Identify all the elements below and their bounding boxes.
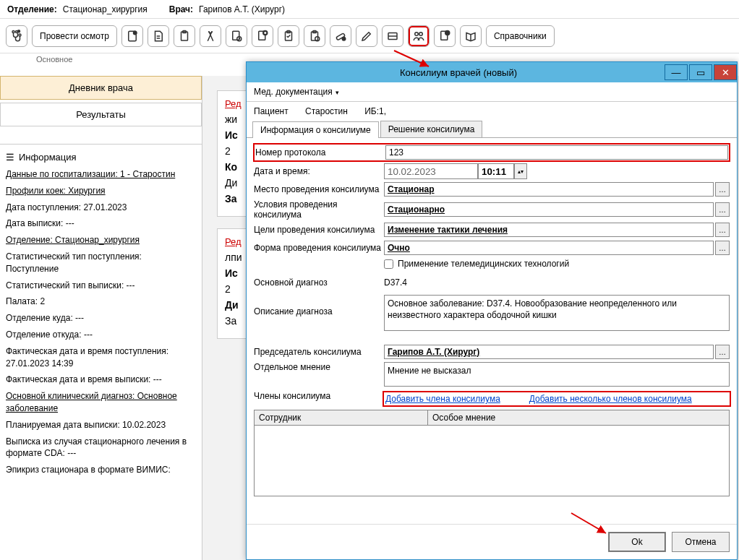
references-label: Справочники (494, 31, 547, 41)
info-line-4[interactable]: Отделение: Стационар_хирургия (6, 234, 196, 246)
pencil-icon[interactable] (356, 25, 377, 47)
svg-rect-8 (233, 31, 239, 40)
place-picker[interactable]: … (715, 182, 730, 197)
goals-label: Цели проведения консилиума (254, 225, 384, 235)
doc-plus2-icon[interactable] (434, 25, 456, 47)
info-icon: ☰ (6, 152, 14, 163)
info-header: ☰ Информация (6, 152, 196, 163)
info-line-12[interactable]: Основной клинический диагноз: Основное з… (6, 390, 196, 415)
datetime-label: Дата и время: (254, 166, 384, 176)
time-input[interactable] (478, 163, 514, 179)
modal-tabs: Информация о консилиуме Решение консилиу… (247, 121, 737, 137)
tab-info[interactable]: Информация о консилиуме (252, 121, 379, 138)
tab-decision[interactable]: Решение консилиума (380, 121, 483, 137)
form-row: Форма проведения консилиума Очно … (254, 240, 730, 256)
tab-results[interactable]: Результаты (0, 103, 202, 126)
telemedicine-checkbox[interactable] (384, 259, 393, 269)
references-button[interactable]: Справочники (486, 25, 555, 47)
dept-label: Отделение: (7, 4, 57, 14)
goals-row: Цели проведения консилиума Изменение так… (254, 222, 730, 238)
med-doc-label: Мед. документация (254, 87, 333, 97)
time-spinner[interactable]: ▴▾ (514, 163, 527, 179)
telemedicine-label: Применение телемедицинских технологий (398, 259, 569, 269)
add-member-link[interactable]: Добавить члена консилиума (385, 394, 500, 404)
ok-button[interactable]: Ok (608, 532, 666, 552)
cancel-button[interactable]: Отмена (672, 532, 730, 552)
form-picker[interactable]: … (715, 241, 730, 255)
clipboard-icon[interactable] (174, 25, 195, 47)
opinion-label: Отдельное мнение (254, 362, 384, 372)
chairman-row: Председатель консилиума Гарипов А.Т. (Хи… (254, 344, 730, 360)
modal-titlebar: Консилиум врачей (новый) — ▭ ✕ (247, 62, 737, 82)
dept-value: Стационар_хирургия (63, 4, 148, 14)
doc-clock-icon[interactable] (226, 25, 247, 47)
info-line-9: Отделение откуда: --- (6, 329, 196, 341)
med-doc-menu[interactable]: Мед. документация▾ (254, 87, 339, 97)
doc1-icon[interactable] (121, 25, 143, 47)
info-line-15: Эпикриз стационара в формате ВИМИС: (6, 464, 196, 476)
consilium-icon[interactable] (408, 25, 430, 47)
clip-check-icon[interactable] (278, 25, 299, 47)
opinion-value[interactable]: Мнение не высказал (384, 362, 730, 387)
goals-value[interactable]: Изменение тактики лечения (384, 223, 714, 237)
conditions-value[interactable]: Стационарно (384, 202, 714, 217)
modal-title: Консилиум врачей (новый) (254, 67, 663, 78)
info-line-1[interactable]: Профили коек: Хирургия (6, 185, 196, 197)
add-members-link[interactable]: Добавить несколько членов консилиума (529, 394, 692, 404)
diagnosis-desc-label: Описание диагноза (254, 295, 384, 316)
clip-x-icon[interactable] (304, 25, 325, 47)
ib-label: ИБ:1, (364, 106, 386, 116)
svg-point-5 (133, 31, 137, 35)
goals-picker[interactable]: … (715, 223, 730, 237)
chairman-value[interactable]: Гарипов А.Т. (Хирург) (384, 345, 714, 359)
doc2-icon[interactable] (148, 25, 169, 47)
tab-diary[interactable]: Дневник врача (0, 76, 202, 100)
opinion-row: Отдельное мнение Мнение не высказал (254, 362, 730, 387)
patient-name: Старостин (305, 106, 348, 116)
examine-button[interactable]: Провести осмотр (32, 25, 117, 47)
form-value[interactable]: Очно (384, 241, 714, 255)
sidebar: Дневник врача Результаты ☰ Информация Да… (0, 76, 202, 560)
place-value[interactable]: Стационар (384, 182, 714, 197)
pill-icon[interactable] (330, 25, 351, 47)
members-table: Сотрудник Особое мнение (254, 410, 730, 496)
info-header-text: Информация (19, 152, 77, 163)
doctor-label: Врач: (169, 4, 193, 14)
scanner-icon[interactable] (382, 25, 403, 47)
minimize-button[interactable]: — (665, 64, 688, 80)
protocol-label: Номер протокола (255, 147, 385, 158)
toolbar: Провести осмотр Справочники (0, 19, 739, 53)
diagnosis-desc-value[interactable]: Основное заболевание: D37.4. Новообразов… (384, 295, 730, 331)
patient-row: Пациент Старостин ИБ:1, (247, 102, 737, 121)
members-label: Члены консилиума (254, 391, 384, 401)
modal-footer: Ok Отмена (247, 524, 737, 559)
place-label: Место проведения консилиума (254, 184, 384, 194)
protocol-input[interactable] (385, 145, 728, 160)
close-button[interactable]: ✕ (714, 64, 737, 80)
chairman-picker[interactable]: … (715, 345, 730, 359)
form-label: Форма проведения консилиума (254, 243, 384, 253)
maximize-button[interactable]: ▭ (689, 64, 712, 80)
svg-point-3 (18, 30, 20, 32)
doc-plus-icon[interactable] (252, 25, 273, 47)
members-links: Добавить члена консилиума Добавить неско… (384, 392, 730, 405)
svg-point-21 (419, 32, 423, 35)
info-line-7: Палата: 2 (6, 296, 196, 308)
conditions-row: Условия проведения консилиума Стационарн… (254, 199, 730, 220)
conditions-picker[interactable]: … (715, 202, 730, 217)
place-row: Место проведения консилиума Стационар … (254, 181, 730, 197)
diagnosis-row: Основной диагноз D37.4 (254, 275, 730, 290)
info-line-0[interactable]: Данные по госпитализации: 1 - Старостин (6, 168, 196, 181)
stethoscope-icon[interactable] (6, 25, 27, 47)
info-line-13: Планируемая дата выписки: 10.02.2023 (6, 419, 196, 431)
info-line-11: Фактическая дата и время выписки: --- (6, 374, 196, 386)
date-input[interactable] (384, 163, 478, 179)
telemedicine-row: Применение телемедицинских технологий (384, 259, 730, 269)
info-line-5: Статистический тип поступления: Поступле… (6, 251, 196, 275)
svg-point-18 (342, 37, 346, 40)
books-icon[interactable] (460, 25, 482, 47)
members-row: Члены консилиума Добавить члена консилиу… (254, 391, 730, 407)
ribbon-icon[interactable] (200, 25, 221, 47)
members-table-header: Сотрудник Особое мнение (255, 410, 729, 426)
info-line-10: Фактическая дата и время поступления: 27… (6, 345, 196, 370)
